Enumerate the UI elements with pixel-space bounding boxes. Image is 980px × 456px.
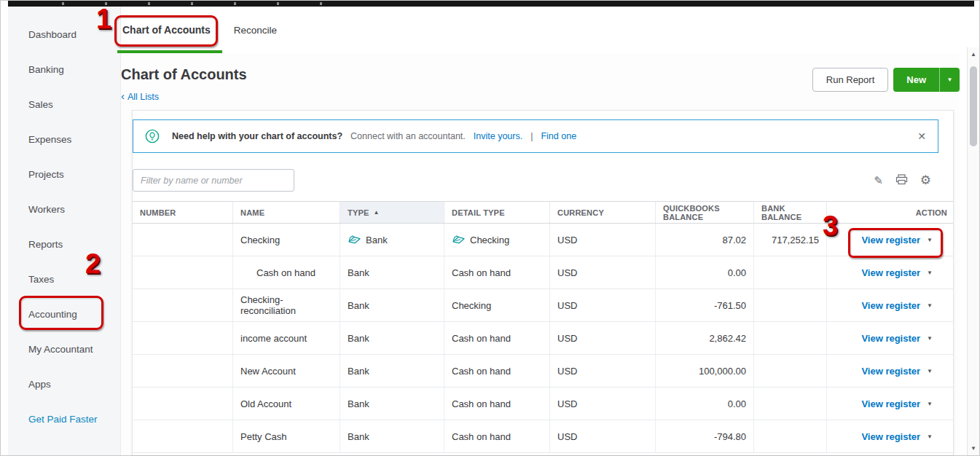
dropdown-caret-icon[interactable]: ▼	[927, 433, 933, 440]
vertical-scrollbar[interactable]: ▲ ▼	[967, 47, 979, 455]
bank-account-icon	[452, 235, 466, 245]
sidebar-item-my-accountant[interactable]: My Accountant	[8, 331, 120, 366]
sidebar-item-reports[interactable]: Reports	[8, 227, 120, 262]
cell-currency: USD	[550, 322, 656, 354]
dropdown-caret-icon[interactable]: ▼	[927, 302, 933, 309]
sidebar-item-taxes[interactable]: Taxes	[8, 262, 120, 296]
view-register-button[interactable]: View register ▼	[861, 366, 933, 377]
sidebar-item-expenses[interactable]: Expenses	[8, 122, 120, 157]
cell-currency: USD	[550, 224, 656, 256]
banner-close-icon[interactable]: ✕	[917, 130, 926, 142]
dropdown-caret-icon[interactable]: ▼	[927, 368, 933, 374]
run-report-button[interactable]: Run Report	[812, 68, 888, 92]
cell-type: Bank	[340, 388, 444, 420]
sidebar-item-label: Taxes	[28, 274, 54, 285]
column-header-number[interactable]: NUMBER	[133, 202, 233, 223]
dropdown-caret-icon[interactable]: ▼	[927, 401, 933, 407]
tab-label: Chart of Accounts	[122, 24, 211, 36]
new-dropdown-caret-icon[interactable]: ▼	[939, 68, 960, 92]
print-icon[interactable]	[895, 174, 908, 186]
column-header-quickbooks-balance[interactable]: QUICKBOOKS BALANCE	[656, 202, 754, 223]
column-header-currency[interactable]: CURRENCY	[550, 202, 656, 223]
sidebar-item-get-paid-faster[interactable]: Get Paid Faster	[8, 401, 120, 436]
view-register-button[interactable]: View register ▼	[861, 431, 933, 442]
cell-detail-type: Cash on hand	[444, 388, 550, 420]
cell-detail-type: Cash on hand	[444, 355, 550, 387]
sidebar-item-banking[interactable]: Banking	[8, 52, 120, 87]
new-button-label[interactable]: New	[893, 68, 939, 92]
view-register-button[interactable]: View register ▼	[861, 333, 933, 344]
cell-number	[133, 289, 233, 321]
all-lists-back-link[interactable]: ‹All Lists	[121, 90, 159, 102]
sidebar-item-label: Reports	[28, 239, 63, 250]
sidebar-item-sales[interactable]: Sales	[8, 87, 120, 122]
cell-name: Old Account	[233, 388, 340, 420]
column-header-action[interactable]: ACTION	[827, 202, 954, 223]
column-header-bank-balance[interactable]: BANK BALANCE	[754, 202, 827, 223]
scroll-down-icon[interactable]: ▼	[968, 445, 979, 452]
cell-currency: USD	[550, 420, 656, 452]
cell-name: Checking-reconciliation	[233, 289, 340, 321]
tab-chart-of-accounts[interactable]: Chart of Accounts	[121, 7, 224, 53]
cell-type: Bank	[340, 355, 444, 387]
invite-yours-link[interactable]: Invite yours.	[474, 131, 522, 141]
cell-action: View register ▼	[827, 289, 954, 321]
main-content: Chart of Accounts ‹All Lists Run Report …	[121, 53, 960, 455]
cell-number	[133, 420, 233, 452]
tab-reconcile[interactable]: Reconcile	[224, 7, 287, 53]
cell-number	[133, 256, 233, 288]
app-window: Dashboard Banking Sales Expenses Project…	[0, 0, 980, 456]
table-row: Cash on hand Bank Cash on hand USD 0.00	[133, 256, 953, 289]
dropdown-caret-icon[interactable]: ▼	[927, 270, 933, 276]
sidebar-item-accounting[interactable]: Accounting	[8, 296, 120, 331]
new-button[interactable]: New ▼	[893, 68, 960, 92]
cell-detail-type: Cash on hand	[444, 256, 550, 288]
cell-bank-balance	[754, 289, 827, 321]
settings-gear-icon[interactable]: ⚙	[920, 174, 931, 186]
cell-bank-balance	[754, 355, 827, 387]
sidebar-item-dashboard[interactable]: Dashboard	[8, 17, 120, 52]
cell-action: View register ▼	[827, 388, 954, 420]
cell-action: View register ▼	[827, 224, 954, 256]
sidebar-item-label: Get Paid Faster	[28, 414, 98, 425]
cell-name: Checking	[233, 224, 340, 256]
bank-account-icon	[348, 235, 361, 245]
scrollbar-thumb[interactable]	[970, 66, 977, 146]
sort-ascending-icon: ▲	[374, 209, 380, 216]
cell-type: Bank	[340, 256, 444, 288]
cell-action: View register ▼	[827, 355, 954, 387]
view-register-button[interactable]: View register ▼	[861, 398, 933, 409]
find-one-link[interactable]: Find one	[541, 131, 576, 141]
sidebar-item-label: Banking	[28, 64, 64, 75]
cell-bank-balance	[754, 420, 827, 452]
sidebar-item-workers[interactable]: Workers	[8, 192, 120, 227]
sidebar-item-apps[interactable]: Apps	[8, 366, 120, 401]
cell-name: income account	[233, 322, 340, 354]
column-header-type[interactable]: TYPE ▲	[340, 202, 444, 223]
dropdown-caret-icon[interactable]: ▼	[927, 237, 933, 243]
banner-bold-text: Need help with your chart of accounts?	[172, 131, 342, 141]
tab-label: Reconcile	[234, 25, 277, 36]
column-header-detail-type[interactable]: DETAIL TYPE	[444, 202, 550, 223]
table-row: New Account Bank Cash on hand USD 100,00…	[133, 355, 953, 388]
cell-type: Bank	[340, 420, 444, 452]
cell-number	[133, 388, 233, 420]
dropdown-caret-icon[interactable]: ▼	[927, 335, 933, 342]
filter-input[interactable]	[133, 169, 294, 192]
view-register-button[interactable]: View register ▼	[861, 300, 933, 311]
cell-number	[133, 355, 233, 387]
column-header-name[interactable]: NAME	[233, 202, 340, 223]
cell-bank-balance	[754, 388, 827, 420]
sidebar-item-projects[interactable]: Projects	[8, 157, 120, 192]
view-register-button[interactable]: View register ▼	[861, 267, 933, 278]
view-register-button[interactable]: View register ▼	[861, 235, 933, 245]
lightbulb-icon	[145, 129, 160, 144]
edit-pencil-icon[interactable]: ✎	[874, 175, 883, 186]
cell-type: Bank	[340, 224, 444, 256]
cell-quickbooks-balance: 100,000.00	[656, 355, 754, 387]
scroll-up-icon[interactable]: ▲	[968, 51, 979, 58]
cell-quickbooks-balance: 0.00	[656, 256, 754, 288]
table-row: Petty Cash Bank Cash on hand USD -794.80	[133, 420, 953, 453]
sidebar-item-label: Expenses	[28, 134, 71, 145]
sidebar-item-label: Projects	[28, 169, 64, 180]
